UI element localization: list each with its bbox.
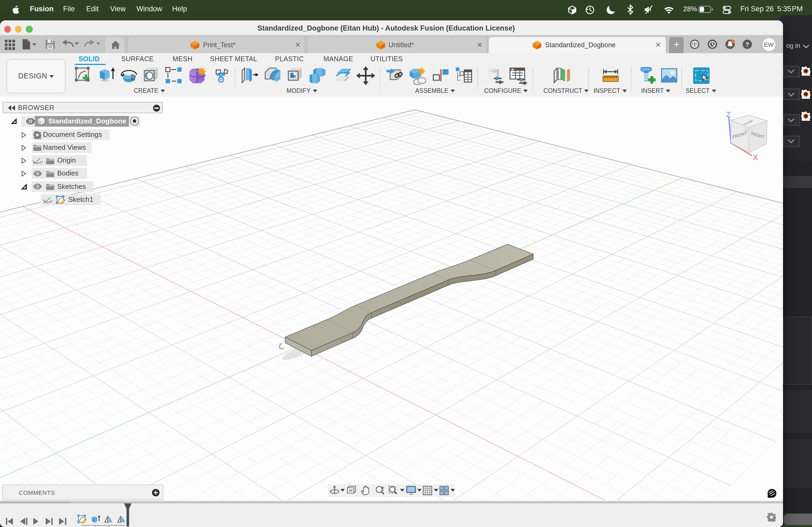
svg-text:Z: Z [726, 110, 731, 119]
svg-text:?: ? [745, 41, 749, 47]
svg-text:X: X [753, 153, 758, 162]
